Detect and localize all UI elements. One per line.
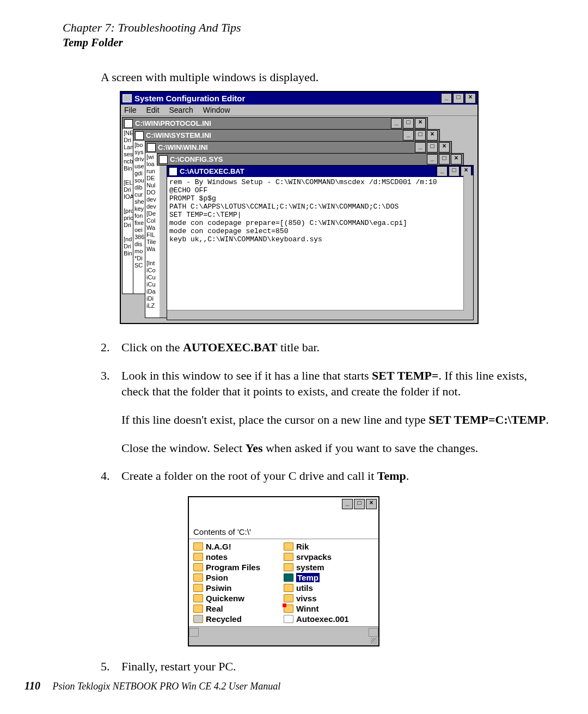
horizontal-scrollbar[interactable] (167, 310, 473, 320)
config-sys-title[interactable]: C:\CONFIG.SYS _ □ × (157, 154, 463, 165)
folder-icon (284, 584, 293, 592)
menu-window[interactable]: Window (203, 106, 230, 114)
mdi-client-area: C:\WIN\PROTOCOL.INI _ □ × [NE Dri Lan se… (121, 116, 477, 323)
intro-text: A screen with multiple windows is displa… (101, 70, 555, 84)
minimize-button[interactable]: _ (403, 130, 414, 141)
explorer-horizontal-scrollbar[interactable] (189, 626, 378, 637)
close-button[interactable]: × (366, 499, 377, 509)
folder-item[interactable]: Quickenw (193, 593, 284, 603)
page-number: 110 (24, 680, 40, 692)
win-ini-title[interactable]: C:\WIN\WIN.INI _ □ × (145, 142, 451, 153)
explorer-title-bar[interactable]: _ □ × (189, 497, 378, 511)
menu-bar: File Edit Search Window (121, 105, 477, 116)
minimize-button[interactable]: _ (342, 499, 353, 509)
maximize-button[interactable]: □ (403, 118, 414, 129)
folder-item[interactable]: notes (193, 552, 284, 562)
section-title: Temp Folder (63, 36, 555, 50)
autoexec-body[interactable]: rem - By Windows Setup - C:\WIN\COMMAND\… (167, 177, 473, 310)
sysconfig-screenshot: System Configuration Editor _ □ × File E… (120, 91, 555, 324)
explorer-toolbar-area (189, 511, 378, 525)
folder-item[interactable]: Program Files (193, 562, 284, 572)
menu-edit[interactable]: Edit (146, 106, 159, 114)
folder-icon (193, 563, 203, 571)
document-icon (135, 131, 144, 140)
main-window-title-bar[interactable]: System Configuration Editor _ □ × (121, 92, 477, 105)
menu-search[interactable]: Search (169, 106, 193, 114)
folder-item[interactable]: Winnt (284, 603, 374, 614)
vertical-scrollbar[interactable] (463, 175, 473, 310)
system-ini-title[interactable]: C:\WIN\SYSTEM.INI _ □ × (133, 130, 439, 141)
folder-item[interactable]: Rik (284, 541, 374, 552)
folder-item[interactable]: N.A.G! (193, 541, 284, 552)
folder-icon (284, 553, 293, 561)
file-icon (284, 615, 293, 623)
folder-item[interactable]: Recycled (193, 614, 284, 624)
folder-item[interactable]: Psion (193, 572, 284, 583)
folder-item[interactable]: Real (193, 603, 284, 614)
explorer-file-list: N.A.G! notes Program Files Psion Psiwin … (189, 539, 378, 626)
minimize-button[interactable]: _ (391, 118, 402, 129)
explorer-contents-label: Contents of 'C:\' (189, 525, 378, 539)
document-icon (147, 143, 156, 152)
document-icon (159, 155, 168, 164)
app-icon (122, 94, 132, 102)
folder-icon (193, 542, 203, 551)
folder-icon (284, 573, 293, 582)
folder-icon (284, 542, 293, 551)
maximize-button[interactable]: □ (453, 93, 464, 103)
step-4-text: Create a folder on the root of your C dr… (121, 468, 555, 484)
minimize-button[interactable]: _ (427, 154, 438, 164)
document-icon (169, 167, 177, 176)
maximize-button[interactable]: □ (354, 499, 365, 509)
step-number: 3. (101, 368, 121, 456)
autoexec-bat-title[interactable]: C:\AUTOEXEC.BAT _ □ × (167, 166, 473, 177)
winini-body: [wi loa run DE Nul DO dev dev [De Col Wa… (145, 153, 160, 318)
explorer-screenshot: _ □ × Contents of 'C:\' N.A.G! notes Pro… (188, 496, 555, 646)
folder-item[interactable]: Psiwin (193, 583, 284, 593)
main-window-title: System Configuration Editor (134, 94, 245, 103)
close-button[interactable]: × (451, 154, 462, 164)
folder-item[interactable]: vivss (284, 593, 374, 603)
minimize-button[interactable]: _ (437, 166, 448, 176)
close-button[interactable]: × (427, 130, 438, 141)
step-3-text: Look in this window to see if it has a l… (121, 368, 555, 456)
minimize-button[interactable]: _ (415, 142, 426, 152)
close-button[interactable]: × (465, 93, 476, 103)
chapter-title: Chapter 7: Troubleshooting And Tips (63, 21, 555, 35)
folder-item[interactable]: utils (284, 583, 374, 593)
menu-file[interactable]: File (124, 106, 137, 114)
file-item[interactable]: Autoexec.001 (284, 614, 374, 624)
folder-item-temp[interactable]: Temp (284, 572, 374, 583)
minimize-button[interactable]: _ (441, 93, 452, 103)
close-button[interactable]: × (415, 118, 426, 129)
recycle-icon (193, 615, 203, 623)
folder-icon (284, 563, 293, 571)
folder-item[interactable]: system (284, 562, 374, 572)
folder-icon (193, 605, 203, 613)
step-5-text: Finally, restart your PC. (121, 658, 555, 675)
folder-icon (193, 584, 203, 592)
step-2-text: Click on the AUTOEXEC.BAT title bar. (121, 339, 555, 356)
close-button[interactable]: × (439, 142, 450, 152)
maximize-button[interactable]: □ (427, 142, 438, 152)
folder-icon (284, 605, 293, 613)
protocol-ini-title[interactable]: C:\WIN\PROTOCOL.INI _ □ × (122, 118, 427, 129)
maximize-button[interactable]: □ (415, 130, 426, 141)
page-footer: 110 Psion Teklogix NETBOOK PRO Win CE 4.… (24, 680, 280, 692)
folder-icon (284, 594, 293, 602)
step-number: 5. (101, 658, 121, 675)
folder-icon (193, 553, 203, 561)
maximize-button[interactable]: □ (439, 154, 450, 164)
folder-icon (193, 594, 203, 602)
maximize-button[interactable]: □ (449, 166, 460, 176)
step-number: 2. (101, 339, 121, 356)
step-number: 4. (101, 468, 121, 484)
document-icon (124, 119, 133, 128)
manual-title: Psion Teklogix NETBOOK PRO Win CE 4.2 Us… (52, 681, 280, 692)
folder-icon (193, 573, 203, 582)
explorer-status-bar (189, 637, 378, 645)
folder-item[interactable]: srvpacks (284, 552, 374, 562)
